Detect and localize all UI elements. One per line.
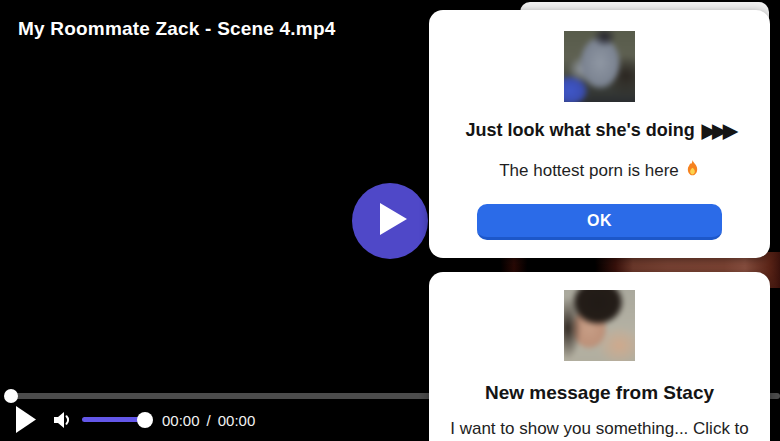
message-thumbnail [564, 290, 635, 361]
time-separator: / [207, 412, 211, 429]
current-time: 00:00 [162, 412, 200, 429]
popup-message-card[interactable]: New message from Stacy I want to show yo… [429, 272, 770, 441]
message-headline: New message from Stacy [429, 382, 770, 404]
big-play-button[interactable] [352, 183, 428, 259]
flame-icon [685, 159, 700, 182]
play-icon [373, 203, 408, 239]
ad-headline: Just look what she's doing [465, 120, 694, 141]
time-display: 00:00 / 00:00 [162, 412, 255, 429]
seek-thumb[interactable] [4, 389, 18, 403]
volume-thumb[interactable] [137, 412, 153, 428]
video-player: My Roommate Zack - Scene 4.mp4 00 [0, 0, 780, 441]
popup-ad-card[interactable]: Just look what she's doing ▶▶▶ The hotte… [429, 10, 770, 258]
volume-icon [50, 418, 74, 435]
message-body: I want to show you something... Click to [429, 419, 770, 439]
triple-arrow-icon: ▶▶▶ [702, 119, 734, 142]
video-title: My Roommate Zack - Scene 4.mp4 [18, 18, 336, 40]
ad-subtitle: The hottest porn is here [499, 161, 679, 181]
message-thumbnail-image [564, 290, 635, 361]
ok-button[interactable]: OK [477, 204, 722, 240]
play-icon [16, 419, 36, 436]
ad-thumbnail [564, 31, 635, 102]
play-button[interactable] [16, 406, 36, 437]
ad-thumbnail-image [564, 31, 635, 102]
mute-button[interactable] [50, 408, 74, 436]
duration: 00:00 [218, 412, 256, 429]
